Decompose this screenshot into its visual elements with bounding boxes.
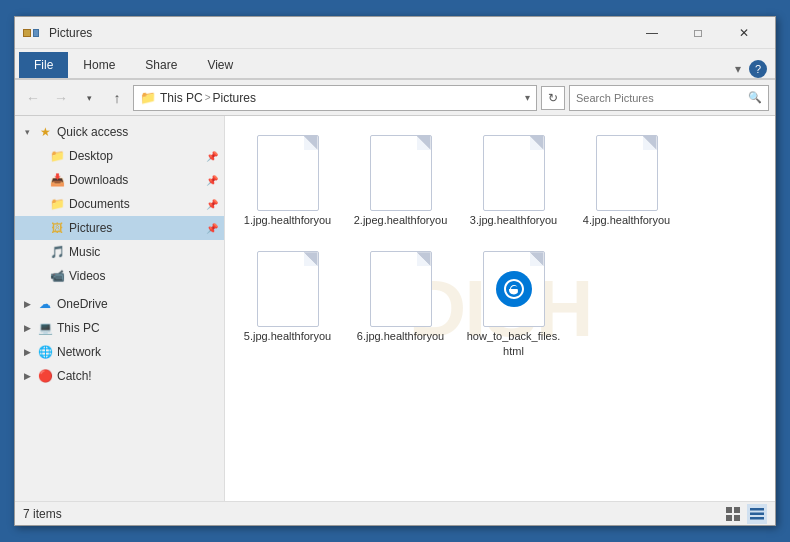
forward-button[interactable]: →	[49, 86, 73, 110]
breadcrumb: This PC > Pictures	[160, 91, 256, 105]
sidebar-documents-label: Documents	[69, 197, 202, 211]
recent-locations-button[interactable]: ▾	[77, 86, 101, 110]
file-icon-wrapper	[366, 133, 436, 213]
sidebar-network-label: Network	[57, 345, 218, 359]
sidebar-item-downloads[interactable]: 📥 Downloads 📌	[15, 168, 224, 192]
tab-view[interactable]: View	[192, 52, 248, 78]
content-area: DISH 1.jpg.healthforyou 2.jpeg.healthfor…	[225, 116, 775, 501]
minimize-button[interactable]: —	[629, 17, 675, 49]
folder-icon: 🖼	[49, 220, 65, 236]
onedrive-icon: ☁	[37, 296, 53, 312]
file-explorer-window: Pictures — □ ✕ File Home Share View ▾ ? …	[14, 16, 776, 526]
file-label: 1.jpg.healthforyou	[244, 213, 331, 227]
address-box[interactable]: 📁 This PC > Pictures ▾	[133, 85, 537, 111]
folder-icon: 📁	[49, 196, 65, 212]
file-icon-wrapper	[592, 133, 662, 213]
sidebar-onedrive-label: OneDrive	[57, 297, 218, 311]
help-icon[interactable]: ?	[749, 60, 767, 78]
tab-share[interactable]: Share	[130, 52, 192, 78]
refresh-button[interactable]: ↻	[541, 86, 565, 110]
file-generic-icon	[370, 251, 432, 327]
svg-rect-0	[726, 507, 732, 513]
titlebar-icon	[23, 25, 43, 41]
statusbar-view-controls	[723, 504, 767, 524]
edge-logo	[496, 271, 532, 307]
list-item[interactable]: 1.jpg.healthforyou	[235, 126, 340, 234]
list-item[interactable]: 2.jpeg.healthforyou	[348, 126, 453, 234]
svg-rect-6	[750, 517, 764, 520]
addressbar: ← → ▾ ↑ 📁 This PC > Pictures ▾ ↻ 🔍	[15, 80, 775, 116]
file-generic-icon	[370, 135, 432, 211]
list-item[interactable]: 3.jpg.healthforyou	[461, 126, 566, 234]
file-icon-wrapper	[253, 133, 323, 213]
sidebar-item-videos[interactable]: 📹 Videos	[15, 264, 224, 288]
file-label: 4.jpg.healthforyou	[583, 213, 670, 227]
titlebar-controls: — □ ✕	[629, 17, 767, 49]
file-edge-icon	[483, 251, 545, 327]
statusbar: 7 items	[15, 501, 775, 525]
list-item[interactable]: 5.jpg.healthforyou	[235, 242, 340, 365]
file-generic-icon	[257, 251, 319, 327]
file-icon-wrapper	[479, 249, 549, 329]
video-icon: 📹	[49, 268, 65, 284]
sidebar-item-network[interactable]: ▶ 🌐 Network	[15, 340, 224, 364]
list-item[interactable]: how_to_back_files.html	[461, 242, 566, 365]
svg-rect-1	[734, 507, 740, 513]
sidebar-item-music[interactable]: 🎵 Music	[15, 240, 224, 264]
file-icon-wrapper	[253, 249, 323, 329]
back-button[interactable]: ←	[21, 86, 45, 110]
main-area: ▾ ★ Quick access 📁 Desktop 📌 📥 Downloads…	[15, 116, 775, 501]
svg-rect-5	[750, 512, 764, 515]
list-view-button[interactable]	[723, 504, 743, 524]
search-input[interactable]	[576, 92, 744, 104]
tab-home[interactable]: Home	[68, 52, 130, 78]
search-box[interactable]: 🔍	[569, 85, 769, 111]
folder-icon: 📁	[140, 90, 156, 105]
file-generic-icon	[596, 135, 658, 211]
search-icon: 🔍	[748, 91, 762, 104]
maximize-button[interactable]: □	[675, 17, 721, 49]
list-item[interactable]: 4.jpg.healthforyou	[574, 126, 679, 234]
pin-icon: 📌	[206, 151, 218, 162]
close-button[interactable]: ✕	[721, 17, 767, 49]
details-view-button[interactable]	[747, 504, 767, 524]
address-dropdown-icon[interactable]: ▾	[525, 92, 530, 103]
tab-file[interactable]: File	[19, 52, 68, 78]
spacer	[33, 270, 45, 282]
file-generic-icon	[483, 135, 545, 211]
titlebar: Pictures — □ ✕	[15, 17, 775, 49]
sidebar-item-pictures[interactable]: 🖼 Pictures 📌	[15, 216, 224, 240]
svg-rect-4	[750, 508, 764, 511]
folder-icon: 📁	[49, 148, 65, 164]
pin-icon: 📌	[206, 199, 218, 210]
sidebar-item-thispc[interactable]: ▶ 💻 This PC	[15, 316, 224, 340]
sidebar-item-documents[interactable]: 📁 Documents 📌	[15, 192, 224, 216]
file-generic-icon	[257, 135, 319, 211]
sidebar-downloads-label: Downloads	[69, 173, 202, 187]
sidebar-catch-label: Catch!	[57, 369, 218, 383]
svg-rect-3	[734, 515, 740, 521]
list-item[interactable]: 6.jpg.healthforyou	[348, 242, 453, 365]
sidebar-pictures-label: Pictures	[69, 221, 202, 235]
file-label: 3.jpg.healthforyou	[470, 213, 557, 227]
expand-ribbon-icon[interactable]: ▾	[735, 62, 741, 76]
chevron-right-icon: ▶	[21, 370, 33, 382]
spacer	[33, 198, 45, 210]
sidebar-music-label: Music	[69, 245, 218, 259]
sidebar-quick-access[interactable]: ▾ ★ Quick access	[15, 120, 224, 144]
crumb-thispc[interactable]: This PC	[160, 91, 203, 105]
sidebar-quick-access-label: Quick access	[57, 125, 218, 139]
breadcrumb-separator: >	[205, 92, 211, 103]
crumb-pictures[interactable]: Pictures	[213, 91, 256, 105]
file-label: how_to_back_files.html	[466, 329, 561, 358]
spacer	[33, 174, 45, 186]
titlebar-title: Pictures	[49, 26, 629, 40]
spacer	[33, 150, 45, 162]
sidebar-item-onedrive[interactable]: ▶ ☁ OneDrive	[15, 292, 224, 316]
chevron-right-icon: ▶	[21, 298, 33, 310]
spacer	[33, 246, 45, 258]
sidebar-item-catch[interactable]: ▶ 🔴 Catch!	[15, 364, 224, 388]
up-button[interactable]: ↑	[105, 86, 129, 110]
quick-access-star-icon: ★	[37, 124, 53, 140]
sidebar-item-desktop[interactable]: 📁 Desktop 📌	[15, 144, 224, 168]
